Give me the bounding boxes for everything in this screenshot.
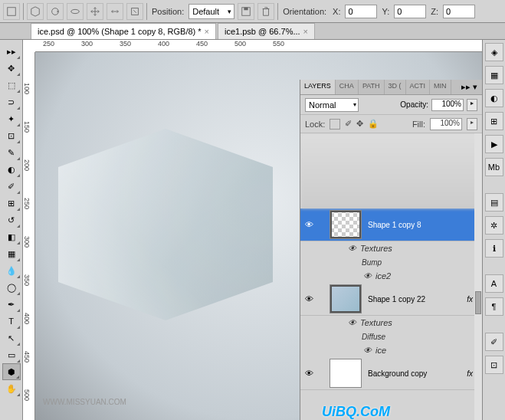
fill-scrubber[interactable]: ▸: [467, 118, 477, 130]
layer-thumbnail[interactable]: [330, 284, 362, 313]
move-icon[interactable]: [87, 3, 103, 20]
mb-icon[interactable]: Mb: [485, 158, 503, 176]
visibility-icon[interactable]: 👁: [303, 368, 314, 379]
scrollbar[interactable]: [474, 133, 482, 420]
layer-thumbnail[interactable]: [330, 210, 362, 239]
layer-shape1copy22[interactable]: 👁 Shape 1 copy 22 fx▾: [300, 283, 482, 316]
close-icon[interactable]: ×: [303, 27, 308, 36]
layer-textures2[interactable]: 👁Textures: [300, 316, 482, 330]
delete-icon[interactable]: [257, 3, 274, 20]
scrollbar-thumb[interactable]: [475, 291, 481, 314]
lock-move-icon[interactable]: ✥: [356, 119, 363, 129]
stamp-tool[interactable]: ⊞: [2, 195, 21, 212]
visibility-icon[interactable]: 👁: [303, 219, 314, 230]
adjustments-icon[interactable]: ◐: [485, 89, 503, 107]
hand-tool[interactable]: ✋: [2, 380, 21, 397]
play-icon[interactable]: ▶: [485, 135, 503, 153]
gradient-tool[interactable]: ▦: [2, 245, 21, 262]
history-brush-tool[interactable]: ↺: [2, 212, 21, 228]
brush-tool[interactable]: ✐: [2, 178, 21, 195]
wheel-icon[interactable]: ✲: [485, 216, 503, 235]
lock-brush-icon[interactable]: ✐: [345, 119, 352, 129]
panel-menu-icon[interactable]: ▸▸ ▾: [457, 80, 482, 94]
styles-icon[interactable]: ⊞: [485, 112, 503, 130]
document-tabs: ice.psd @ 100% (Shape 1 copy 8, RGB/8) *…: [0, 23, 505, 40]
opacity-input[interactable]: 100%: [431, 99, 464, 111]
path-tool[interactable]: ↖: [2, 330, 21, 346]
tool-preset-button[interactable]: [3, 3, 20, 20]
lock-all-icon[interactable]: 🔒: [368, 119, 379, 129]
right-dock: ◈ ▦ ◐ ⊞ ▶ Mb ▤ ✲ ℹ A ¶ ✐ ⊡: [482, 40, 505, 420]
layer-thumbnail[interactable]: [330, 359, 362, 388]
marquee-tool[interactable]: ⬚: [2, 77, 21, 94]
ice-cube-artwork: [58, 129, 273, 320]
svg-rect-5: [244, 7, 248, 10]
3d-tool[interactable]: ⬢: [2, 363, 21, 380]
lock-label: Lock:: [305, 120, 325, 129]
visibility-icon[interactable]: 👁: [346, 243, 357, 254]
rotate-icon[interactable]: [47, 3, 64, 20]
visibility-icon[interactable]: 👁: [362, 345, 372, 356]
tab-mini[interactable]: MIN: [430, 80, 451, 94]
visibility-icon[interactable]: 👁: [346, 317, 357, 328]
tab-channels[interactable]: CHA: [336, 80, 359, 94]
layers-icon[interactable]: ◈: [485, 43, 503, 61]
tab-actions[interactable]: ACTI: [406, 80, 431, 94]
tool-presets-icon[interactable]: ⊡: [485, 356, 503, 374]
separator: [146, 3, 147, 20]
layer-diffuse[interactable]: Diffuse: [300, 330, 482, 343]
close-icon[interactable]: ×: [205, 27, 209, 36]
char-icon[interactable]: A: [485, 274, 503, 293]
layer-textures[interactable]: 👁Textures: [300, 241, 482, 255]
layer-ice[interactable]: 👁ice: [300, 343, 482, 357]
lock-transparency-icon[interactable]: [330, 119, 340, 130]
move-tool[interactable]: ✥: [2, 60, 21, 77]
blur-tool[interactable]: 💧: [2, 262, 21, 279]
swatches-icon[interactable]: ▦: [485, 66, 503, 84]
layer-bump[interactable]: Bump: [300, 255, 482, 269]
para-icon[interactable]: ¶: [485, 297, 503, 316]
tab-3d[interactable]: 3D (: [385, 80, 406, 94]
lasso-tool[interactable]: ⊃: [2, 94, 21, 110]
orientation-label: Orientation:: [281, 7, 328, 16]
doc-tab-1[interactable]: ice.psd @ 100% (Shape 1 copy 8, RGB/8) *…: [31, 23, 216, 39]
fx-indicator[interactable]: fx: [467, 295, 473, 304]
wand-tool[interactable]: ✦: [2, 110, 21, 127]
doc-tab-2[interactable]: ice1.psb @ 66.7%...×: [218, 23, 315, 39]
tab-layers[interactable]: LAYERS: [300, 80, 336, 94]
layer-ice2[interactable]: 👁ice2: [300, 269, 482, 283]
dodge-tool[interactable]: ◯: [2, 279, 21, 296]
navigator-icon[interactable]: ▤: [485, 193, 503, 212]
z-input[interactable]: [443, 5, 475, 18]
tab-paths[interactable]: PATH: [359, 80, 385, 94]
info-icon[interactable]: ℹ: [485, 239, 503, 258]
cube-icon[interactable]: [27, 3, 44, 20]
arrow-tool[interactable]: ▸▸: [2, 43, 21, 60]
heal-tool[interactable]: ◐: [2, 161, 21, 178]
type-tool[interactable]: T: [2, 313, 21, 330]
shape-tool[interactable]: ▭: [2, 346, 21, 363]
fill-input[interactable]: 100%: [430, 118, 462, 130]
x-input[interactable]: [345, 5, 377, 18]
layer-shape1copy8[interactable]: 👁 Shape 1 copy 8: [300, 208, 482, 241]
roll-icon[interactable]: [67, 3, 84, 20]
save-icon[interactable]: [238, 3, 254, 20]
brush-panel-icon[interactable]: ✐: [485, 333, 503, 351]
blend-mode-select[interactable]: Normal: [305, 98, 359, 112]
fx-indicator[interactable]: fx: [467, 369, 473, 378]
layers-panel: LAYERS CHA PATH 3D ( ACTI MIN ▸▸ ▾ Norma…: [300, 80, 482, 420]
layer-backgroundcopy[interactable]: 👁 Background copy fx▾: [300, 357, 482, 390]
scale-icon[interactable]: [126, 3, 143, 20]
visibility-icon[interactable]: 👁: [303, 294, 314, 304]
svg-rect-0: [8, 7, 16, 15]
slide-icon[interactable]: [107, 3, 123, 20]
pen-tool[interactable]: ✒: [2, 296, 21, 313]
y-input[interactable]: [394, 5, 426, 18]
position-select[interactable]: Default: [189, 4, 234, 19]
crop-tool[interactable]: ⊡: [2, 127, 21, 144]
visibility-icon[interactable]: 👁: [362, 271, 372, 281]
eraser-tool[interactable]: ◧: [2, 228, 21, 245]
opacity-scrubber[interactable]: ▸: [467, 99, 477, 111]
eyedropper-tool[interactable]: ✎: [2, 144, 21, 161]
main-area: ▸▸ ✥ ⬚ ⊃ ✦ ⊡ ✎ ◐ ✐ ⊞ ↺ ◧ ▦ 💧 ◯ ✒ T ↖ ▭ ⬢…: [0, 40, 505, 420]
